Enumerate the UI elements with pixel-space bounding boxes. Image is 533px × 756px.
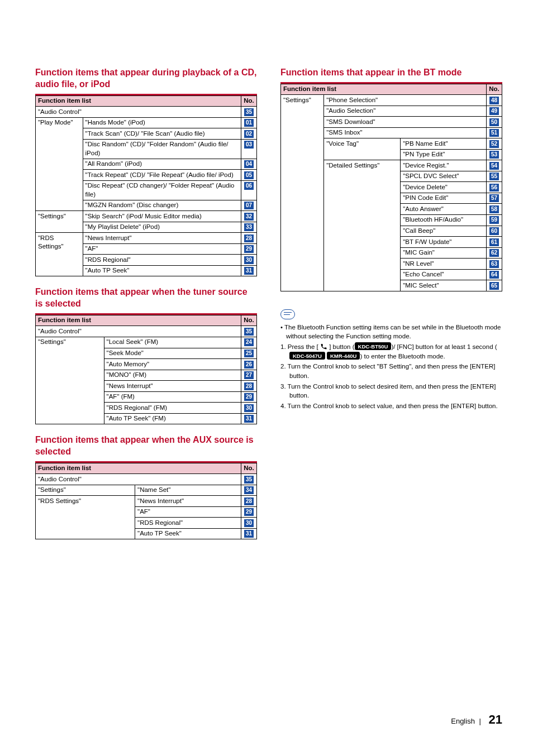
cell: "Device Delete" — [401, 182, 487, 193]
cell: "RDS Regional" (FM) — [104, 403, 241, 414]
cell: "Settings" — [281, 95, 324, 291]
cell: "Settings" — [36, 211, 83, 233]
cell: "MIC Select" — [401, 280, 487, 291]
cell-no: 07 — [241, 200, 257, 211]
cell: "Name Set" — [135, 485, 241, 496]
cell: "RDS Regional" — [83, 255, 241, 266]
cell: "Auto TP Seek" — [135, 528, 241, 539]
cell: "Play Mode" — [36, 117, 83, 211]
cell-no: 02 — [241, 128, 257, 140]
cell: "SMS Inbox" — [324, 127, 487, 138]
cell: "My Playlist Delete" (iPod) — [83, 222, 241, 233]
note-body: The Bluetooth Function setting items can… — [280, 323, 502, 411]
cell-no: 62 — [487, 247, 502, 259]
cell: "News Interrupt" — [104, 381, 241, 392]
cell: "All Random" (iPod) — [83, 159, 241, 170]
cell-no: 48 — [487, 95, 502, 106]
cell-no: 53 — [487, 149, 502, 160]
cell: "Local Seek" (FM) — [104, 337, 241, 348]
cell-no: 29 — [241, 243, 257, 255]
cell-no: 28 — [241, 233, 257, 244]
cell: "MIC Gain" — [401, 247, 487, 259]
col-head-no: No. — [487, 84, 502, 95]
cell-no: 55 — [487, 171, 502, 182]
cell: "PN Type Edit" — [401, 149, 487, 160]
cell: "BT F/W Update" — [401, 237, 487, 248]
col-head-list: Function item list — [36, 463, 241, 474]
cell: "Track Scan" (CD)/ "File Scan" (Audio fi… — [83, 128, 241, 140]
model-chip: KMR-440U — [327, 352, 360, 360]
cell-no: 65 — [487, 280, 502, 291]
cell-no: 29 — [241, 391, 257, 403]
cell: "Auto Answer" — [401, 204, 487, 215]
cd-function-table: Function item list No. "Audio Control"35… — [35, 95, 257, 277]
cell: "Bluetooth HF/Audio" — [401, 214, 487, 226]
cell: "Voice Tag" — [324, 138, 401, 160]
cell-no: 49 — [487, 106, 502, 117]
cell-no: 28 — [241, 496, 257, 507]
cell-no: 04 — [241, 159, 257, 170]
cell: "Settings" — [36, 337, 104, 424]
footer-sep: | — [479, 717, 481, 725]
bt-section-title: Function items that appear in the BT mod… — [280, 67, 502, 79]
cell-no: 64 — [487, 269, 502, 280]
cell: "Disc Random" (CD)/ "Folder Random" (Aud… — [83, 139, 241, 159]
cell-no: 35 — [241, 474, 257, 485]
cell: "Disc Repeat" (CD changer)/ "Folder Repe… — [83, 180, 241, 200]
cd-section-title: Function items that appear during playba… — [35, 67, 257, 90]
cell-no: 29 — [241, 506, 257, 518]
cell: "Device Regist." — [401, 160, 487, 171]
col-head-list: Function item list — [281, 84, 487, 95]
cell-no: 61 — [487, 237, 502, 248]
cell-no: 28 — [241, 381, 257, 392]
cell: "PB Name Edit" — [401, 138, 487, 150]
cell-no: 60 — [487, 226, 502, 237]
cell-no: 33 — [241, 222, 257, 233]
cell-no: 27 — [241, 370, 257, 381]
note-step-1: 1. Press the [ ] button (KDC-BT50U)/ [FN… — [280, 342, 502, 361]
cell: "Echo Cancel" — [401, 269, 487, 280]
cell-no: 30 — [241, 255, 257, 266]
cell-no: 32 — [241, 211, 257, 222]
cell: "SMS Download" — [324, 117, 487, 128]
cell: "SPCL DVC Select" — [401, 171, 487, 182]
cell: "News Interrupt" — [83, 233, 241, 244]
footer-lang: English — [451, 717, 475, 725]
cell: "Auto Memory" — [104, 359, 241, 370]
cell-no: 57 — [487, 193, 502, 204]
cell: "Audio Control" — [36, 326, 241, 337]
cell-no: 25 — [241, 348, 257, 359]
cell: "Seek Mode" — [104, 348, 241, 359]
cell-no: 31 — [241, 528, 257, 539]
cell-no: 06 — [241, 180, 257, 200]
cell-no: 35 — [241, 326, 257, 337]
cell-no: 54 — [487, 160, 502, 171]
cell: "Auto TP Seek" (FM) — [104, 413, 241, 424]
cell: "MGZN Random" (Disc changer) — [83, 200, 241, 211]
cell-no: 56 — [487, 182, 502, 193]
col-head-no: No. — [241, 315, 257, 326]
note-step-3: 3. Turn the Control knob to select desir… — [280, 382, 502, 400]
cell-no: 24 — [241, 337, 257, 348]
cell-no: 59 — [487, 214, 502, 226]
cell: "MONO" (FM) — [104, 370, 241, 381]
cell: "PIN Code Edit" — [401, 193, 487, 204]
cell-no: 31 — [241, 265, 257, 276]
col-head-no: No. — [241, 463, 257, 474]
cell: "Hands Mode" (iPod) — [83, 117, 241, 128]
col-head-list: Function item list — [36, 315, 241, 326]
cell-no: 05 — [241, 170, 257, 181]
cell: "Audio Control" — [36, 107, 241, 118]
cell: "AF" (FM) — [104, 391, 241, 403]
cell-no: 30 — [241, 518, 257, 529]
cell: "AF" — [83, 243, 241, 255]
model-chip: KDC-BT50U — [355, 342, 392, 350]
cell: "RDS Settings" — [36, 233, 83, 276]
col-head-no: No. — [241, 95, 257, 107]
cell: "Audio Selection" — [324, 106, 487, 117]
cell-no: 03 — [241, 139, 257, 159]
tuner-function-table: Function item list No. "Audio Control"35… — [35, 315, 257, 424]
cell-no: 31 — [241, 413, 257, 424]
cell-no: 50 — [487, 117, 502, 128]
cell: "Track Repeat" (CD)/ "File Repeat" (Audi… — [83, 170, 241, 181]
